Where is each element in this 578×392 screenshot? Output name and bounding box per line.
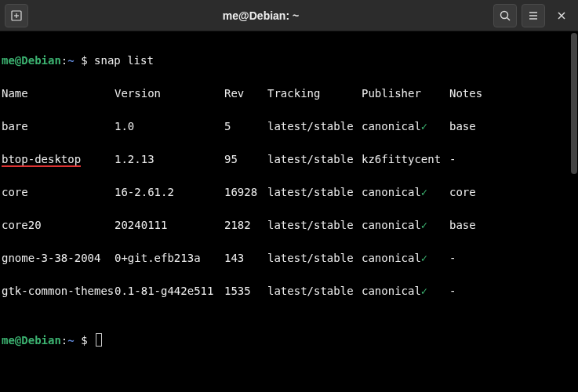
table-row: core16-2.61.216928latest/stablecanonical…: [2, 184, 576, 201]
cell-version: 1.0: [115, 118, 224, 135]
header-tracking: Tracking: [267, 85, 362, 102]
prompt-path: ~: [67, 54, 74, 67]
titlebar: me@Debian: ~: [0, 0, 578, 31]
cell-rev: 5: [224, 118, 267, 135]
hamburger-icon: [527, 9, 540, 22]
cell-tracking: latest/stable: [267, 250, 362, 267]
prompt-path: ~: [67, 334, 74, 347]
svg-point-3: [501, 11, 508, 18]
header-name: Name: [2, 85, 115, 102]
cell-notes: -: [449, 283, 456, 299]
cell-publisher: canonical✓: [362, 184, 449, 201]
close-icon: [555, 9, 568, 22]
prompt-user: me@Debian: [2, 54, 61, 67]
cell-publisher: canonical✓: [362, 283, 449, 299]
cell-notes: core: [449, 184, 476, 201]
menu-button[interactable]: [522, 4, 545, 27]
svg-line-4: [507, 17, 511, 20]
table-header: NameVersionRevTrackingPublisherNotes: [2, 85, 576, 102]
scrollbar-thumb[interactable]: [571, 33, 577, 174]
cell-version: 0+git.efb213a: [115, 250, 224, 267]
cell-name: core: [2, 184, 115, 201]
prompt-symbol: $: [81, 334, 87, 347]
cell-tracking: latest/stable: [267, 118, 362, 135]
command-text: snap list: [94, 54, 154, 67]
cell-version: 20240111: [115, 217, 224, 234]
cell-publisher: kz6fittycent: [362, 151, 449, 168]
prompt-user: me@Debian: [2, 334, 61, 347]
scrollbar[interactable]: [570, 31, 578, 392]
cell-name: gnome-3-38-2004: [2, 250, 115, 267]
prompt-symbol: $: [81, 54, 87, 67]
table-row: gnome-3-38-20040+git.efb213a143latest/st…: [2, 250, 576, 267]
cell-name: bare: [2, 118, 115, 135]
cell-version: 16-2.61.2: [115, 184, 224, 201]
header-notes: Notes: [449, 85, 482, 102]
cell-version: 0.1-81-g442e511: [115, 283, 224, 299]
cell-name: core20: [2, 217, 115, 234]
new-tab-button[interactable]: [5, 4, 28, 27]
cell-name: gtk-common-themes: [2, 283, 115, 299]
prompt-line-2: me@Debian:~ $: [2, 332, 576, 349]
new-tab-icon: [10, 9, 23, 22]
cell-rev: 95: [224, 151, 267, 168]
cell-notes: -: [449, 151, 456, 168]
search-button[interactable]: [493, 4, 517, 27]
header-rev: Rev: [224, 85, 267, 102]
close-button[interactable]: [550, 4, 573, 27]
cell-name: btop-desktop: [2, 151, 115, 168]
cell-notes: base: [449, 118, 476, 135]
cell-tracking: latest/stable: [267, 283, 362, 299]
header-version: Version: [115, 85, 224, 102]
cursor: [96, 333, 102, 347]
cell-tracking: latest/stable: [267, 217, 362, 234]
cell-publisher: canonical✓: [362, 250, 449, 267]
cell-rev: 2182: [224, 217, 267, 234]
cell-version: 1.2.13: [115, 151, 224, 168]
prompt-line: me@Debian:~ $ snap list: [2, 53, 576, 69]
cell-rev: 16928: [224, 184, 267, 201]
header-publisher: Publisher: [362, 85, 449, 102]
terminal-output[interactable]: me@Debian:~ $ snap list NameVersionRevTr…: [0, 31, 578, 392]
search-icon: [499, 9, 511, 22]
table-row: gtk-common-themes0.1-81-g442e5111535late…: [2, 283, 576, 299]
cell-rev: 143: [224, 250, 267, 267]
cell-publisher: canonical✓: [362, 217, 449, 234]
cell-publisher: canonical✓: [362, 118, 449, 135]
cell-tracking: latest/stable: [267, 184, 362, 201]
table-row: core20202401112182latest/stablecanonical…: [2, 217, 576, 234]
cell-notes: base: [449, 217, 476, 234]
table-row: bare1.05latest/stablecanonical✓base: [2, 118, 576, 135]
cell-rev: 1535: [224, 283, 267, 299]
cell-tracking: latest/stable: [267, 151, 362, 168]
cell-notes: -: [449, 250, 456, 267]
window-title: me@Debian: ~: [28, 9, 493, 22]
table-row: btop-desktop1.2.1395latest/stablekz6fitt…: [2, 151, 576, 168]
